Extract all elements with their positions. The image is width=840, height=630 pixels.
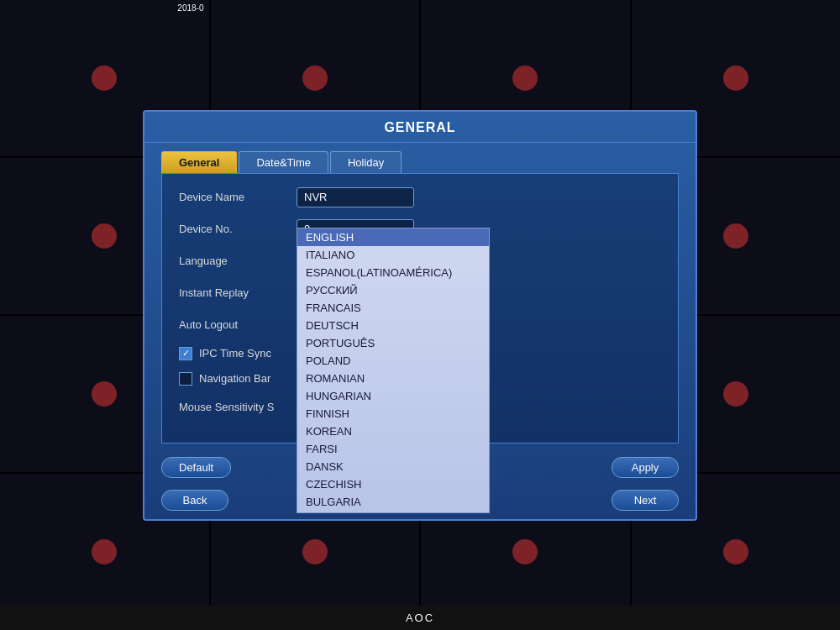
dialog-content: Device Name NVR Device No. 8 Language EN… — [161, 173, 679, 444]
device-name-row: Device Name NVR — [179, 187, 661, 207]
device-no-label: Device No. — [179, 223, 297, 235]
tab-holiday[interactable]: Holiday — [330, 151, 402, 173]
dropdown-item-4[interactable]: FRANCAIS — [297, 299, 489, 317]
ipc-time-sync-checkbox[interactable] — [179, 347, 192, 360]
dropdown-item-6[interactable]: PORTUGUÊS — [297, 334, 489, 352]
dropdown-item-7[interactable]: POLAND — [297, 352, 489, 370]
dropdown-item-11[interactable]: KOREAN — [297, 423, 489, 440]
dropdown-item-14[interactable]: CZECHISH — [297, 475, 489, 493]
dropdown-item-10[interactable]: FINNISH — [297, 405, 489, 423]
language-dropdown[interactable]: ENGLISHITALIANOESPANOL(LATINOAMÉRICA)РУС… — [297, 228, 490, 513]
dropdown-item-15[interactable]: BULGARIA — [297, 493, 489, 511]
dropdown-item-5[interactable]: DEUTSCH — [297, 317, 489, 334]
dropdown-item-0[interactable]: ENGLISH — [297, 228, 489, 246]
back-button[interactable]: Back — [161, 490, 228, 511]
dropdown-item-3[interactable]: РУССКИЙ — [297, 281, 489, 299]
mouse-sensitivity-label: Mouse Sensitivity S — [179, 401, 297, 413]
general-dialog: GENERAL General Date&Time Holiday Device… — [143, 110, 697, 521]
device-name-input[interactable]: NVR — [297, 187, 414, 207]
navigation-bar-checkbox[interactable] — [179, 372, 192, 386]
tabs-row: General Date&Time Holiday — [144, 143, 696, 173]
tab-datetime[interactable]: Date&Time — [239, 151, 328, 173]
tab-general[interactable]: General — [161, 151, 237, 173]
dropdown-item-2[interactable]: ESPANOL(LATINOAMÉRICA) — [297, 264, 489, 281]
device-name-label: Device Name — [179, 191, 297, 203]
auto-logout-label: Auto Logout — [179, 318, 297, 331]
dropdown-item-13[interactable]: DANSK — [297, 458, 489, 475]
next-button[interactable]: Next — [612, 490, 679, 511]
dropdown-item-12[interactable]: FARSI — [297, 440, 489, 458]
dropdown-item-1[interactable]: ITALIANO — [297, 246, 489, 264]
dropdown-item-8[interactable]: ROMANIAN — [297, 370, 489, 387]
apply-button[interactable]: Apply — [612, 457, 679, 478]
dropdown-item-9[interactable]: HUNGARIAN — [297, 387, 489, 405]
modal-overlay: GENERAL General Date&Time Holiday Device… — [0, 0, 840, 630]
instant-replay-label: Instant Replay — [179, 286, 297, 299]
dropdown-item-16[interactable]: SLOVENIAN — [297, 511, 489, 513]
dialog-title: GENERAL — [144, 112, 696, 143]
default-button[interactable]: Default — [161, 457, 231, 478]
language-label: Language — [179, 255, 297, 267]
